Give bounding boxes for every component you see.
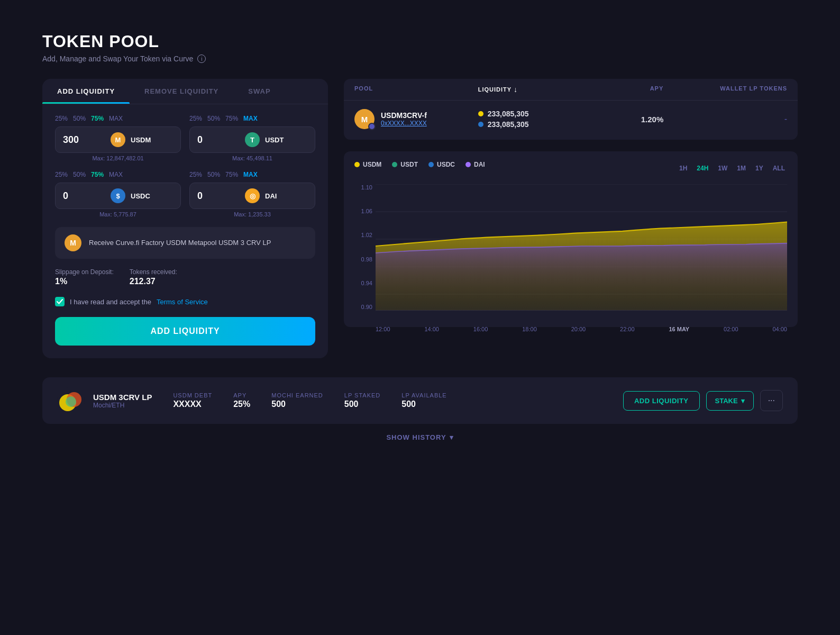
pool-name-bottom: USDM 3CRV LP xyxy=(93,393,152,402)
slippage-row: Slippage on Deposit: 1% Tokens received:… xyxy=(55,268,315,286)
usdt-input[interactable] xyxy=(197,134,240,146)
usdm-input-group: 25% 50% 75% MAX M USDM Max: 12,847,482.0… xyxy=(55,115,181,161)
usdm-label: USDM xyxy=(131,136,151,144)
add-liquidity-button[interactable]: ADD LIQUIDITY xyxy=(55,317,315,346)
apy-stat: APY 25% xyxy=(233,392,250,409)
legend-usdc[interactable]: USDC xyxy=(428,161,455,168)
usdc-max: Max: 5,775.87 xyxy=(55,211,181,217)
receive-box: M Receive Curve.fi Factory USDM Metapool… xyxy=(55,227,315,259)
tos-text: I have read and accept the xyxy=(70,298,151,306)
pool-address[interactable]: 0xXXXX...XXXX xyxy=(381,120,427,127)
slippage-label: Slippage on Deposit: xyxy=(55,268,114,276)
usdm-pct-50[interactable]: 50% xyxy=(73,115,86,122)
bottom-add-liquidity-button[interactable]: ADD LIQUIDITY xyxy=(623,391,700,411)
usdc-pct-max[interactable]: MAX xyxy=(109,171,123,178)
usdm-input[interactable] xyxy=(63,134,105,146)
usdc-input[interactable] xyxy=(63,190,105,202)
more-options-button[interactable]: ··· xyxy=(760,390,783,411)
tab-add-liquidity[interactable]: ADD LIQUIDITY xyxy=(42,79,130,104)
mochi-label: MOCHI EARNED xyxy=(271,392,323,398)
tos-row: I have read and accept the Terms of Serv… xyxy=(55,297,315,306)
info-icon[interactable]: i xyxy=(197,55,206,63)
dai-pct-75[interactable]: 75% xyxy=(225,171,238,178)
x-label-4: 18:00 xyxy=(522,326,537,332)
chart-card: USDM USDT USDC DAI 1H xyxy=(344,151,798,327)
bottom-bar: USDM 3CRV LP Mochi/ETH USDM DEBT XXXXX A… xyxy=(42,377,798,424)
usdt-pct-25[interactable]: 25% xyxy=(189,115,202,122)
tf-24h[interactable]: 24H xyxy=(695,164,710,173)
pool-info: USDM 3CRV LP Mochi/ETH xyxy=(93,393,152,409)
x-label-6: 22:00 xyxy=(620,326,635,332)
tokens-received-item: Tokens received: 212.37 xyxy=(130,268,177,286)
usdm-liq-dot xyxy=(478,111,483,116)
usdt-label: USDT xyxy=(265,136,284,144)
slippage-item: Slippage on Deposit: 1% xyxy=(55,268,114,286)
tf-1y[interactable]: 1Y xyxy=(753,164,765,173)
staked-stat: LP STAKED 500 xyxy=(344,392,381,409)
dai-pct-25[interactable]: 25% xyxy=(189,171,202,178)
dai-pct-max[interactable]: MAX xyxy=(243,171,258,178)
debt-stat: USDM DEBT XXXXX xyxy=(173,392,212,409)
usdc-pct-75[interactable]: 75% xyxy=(91,171,104,178)
chart-wrapper: 1.10 1.06 1.02 0.98 0.94 0.90 xyxy=(354,184,787,322)
pool-row: M USDM3CRV-f 0xXXXX...XXXX xyxy=(344,101,798,138)
usdt-pct-75[interactable]: 75% xyxy=(225,115,238,122)
dai-label: DAI xyxy=(265,192,277,200)
col-header-wallet: WALLET LP TOKENS xyxy=(663,85,787,94)
usdm-icon: M xyxy=(111,132,125,147)
legend-dai[interactable]: DAI xyxy=(465,161,485,168)
tf-all[interactable]: ALL xyxy=(771,164,787,173)
available-label: LP AVAILABLE xyxy=(401,392,446,398)
dai-pct-50[interactable]: 50% xyxy=(207,171,220,178)
pool-logo: M xyxy=(354,109,375,129)
legend-usdm[interactable]: USDM xyxy=(354,161,381,168)
dai-max: Max: 1,235.33 xyxy=(189,211,315,217)
legend-usdt[interactable]: USDT xyxy=(392,161,418,168)
tf-1m[interactable]: 1M xyxy=(735,164,748,173)
stake-chevron-icon: ▾ xyxy=(741,397,745,405)
pool-table: POOL LIQUIDITY ↓ APY WALLET LP TOKENS M xyxy=(344,79,798,140)
usdm-pct-max[interactable]: MAX xyxy=(109,115,123,122)
pool-apy: 1.20% xyxy=(601,115,663,124)
mochi-value: 500 xyxy=(271,400,323,409)
left-panel: ADD LIQUIDITY REMOVE LIQUIDITY SWAP 25% … xyxy=(42,79,328,358)
tokens-received-value: 212.37 xyxy=(130,277,177,286)
show-history[interactable]: SHOW HISTORY ▾ xyxy=(42,433,798,441)
usdt-pct-max[interactable]: MAX xyxy=(243,115,258,122)
pool-sub-bottom: Mochi/ETH xyxy=(93,402,152,409)
tf-1h[interactable]: 1H xyxy=(677,164,689,173)
mochi-stat: MOCHI EARNED 500 xyxy=(271,392,323,409)
usdc-pct-50[interactable]: 50% xyxy=(73,171,86,178)
dai-icon: ◎ xyxy=(245,188,260,203)
right-panel: POOL LIQUIDITY ↓ APY WALLET LP TOKENS M xyxy=(344,79,798,327)
apy-label-bottom: APY xyxy=(233,392,250,398)
tos-link[interactable]: Terms of Service xyxy=(157,298,208,306)
usdc-pct-25[interactable]: 25% xyxy=(55,171,68,178)
pool-liquidity: 233,085,305 233,085,305 xyxy=(478,110,602,129)
usdt-pct-50[interactable]: 50% xyxy=(207,115,220,122)
available-stat: LP AVAILABLE 500 xyxy=(401,392,446,409)
usdt-icon: T xyxy=(245,132,260,147)
stake-button[interactable]: STAKE ▾ xyxy=(706,391,754,411)
tab-remove-liquidity[interactable]: REMOVE LIQUIDITY xyxy=(130,79,233,104)
dai-input-group: 25% 50% 75% MAX ◎ DAI Max: 1,235.33 xyxy=(189,171,315,217)
usdm-pct-75[interactable]: 75% xyxy=(91,115,104,122)
tos-checkbox[interactable] xyxy=(55,297,65,306)
usdc-input-group: 25% 50% 75% MAX $ USDC Max: 5,775.87 xyxy=(55,171,181,217)
x-label-1: 12:00 xyxy=(376,326,390,332)
dai-input[interactable] xyxy=(197,190,240,202)
usdm-pct-25[interactable]: 25% xyxy=(55,115,68,122)
tab-bar: ADD LIQUIDITY REMOVE LIQUIDITY SWAP xyxy=(42,79,328,104)
col-header-pool: POOL xyxy=(354,85,478,94)
pool-wallet: - xyxy=(663,114,787,124)
receive-label: Receive Curve.fi Factory USDM Metapool U… xyxy=(89,238,271,248)
apy-value-bottom: 25% xyxy=(233,400,250,409)
page-subtitle-text: Add, Manage and Swap Your Token via Curv… xyxy=(42,55,193,63)
chart-legend: USDM USDT USDC DAI xyxy=(354,161,485,168)
debt-label: USDM DEBT xyxy=(173,392,212,398)
tf-1w[interactable]: 1W xyxy=(716,164,729,173)
usdt-input-group: 25% 50% 75% MAX T USDT Max: 45,498.11 xyxy=(189,115,315,161)
chevron-down-icon: ▾ xyxy=(450,433,454,441)
tab-swap[interactable]: SWAP xyxy=(233,79,285,104)
chart-timeframes: 1H 24H 1W 1M 1Y ALL xyxy=(677,164,787,173)
